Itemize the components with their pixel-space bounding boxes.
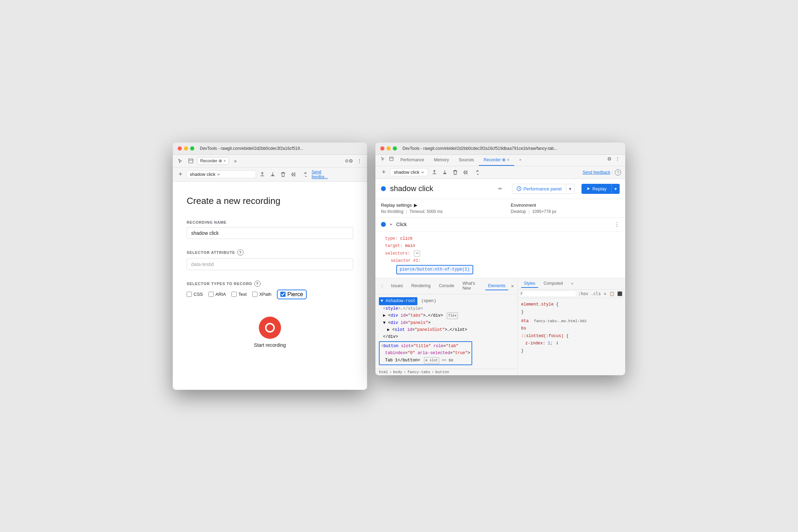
right-minimize-button[interactable] [387,146,391,151]
recorder-tab[interactable]: Recorder × [197,157,229,165]
minimize-button[interactable] [184,146,188,151]
right-maximize-button[interactable] [393,146,397,151]
css-checkbox[interactable] [187,292,192,297]
right-traffic-lights [380,146,397,151]
xpath-checkbox[interactable] [252,292,257,297]
refresh-icon[interactable] [300,170,308,179]
send-feedback-link[interactable]: Send feedback [583,170,610,175]
dock-icon[interactable] [187,157,195,165]
recording-name-section: RECORDING NAME shadow click [187,220,353,239]
download-icon[interactable] [269,170,277,179]
selector-value-box: pierce/button:nth-of-type(1) [396,265,473,275]
recording-name-input[interactable]: shadow click [187,227,353,239]
dom-panel: ⋮ Issues Rendering Console What's New El… [375,278,518,375]
tab-styles[interactable]: Styles [521,280,538,288]
upload-icon[interactable] [258,170,266,179]
style-rule-2-pseudo: ::slotted(:focus) { [521,333,622,340]
text-checkbox-item[interactable]: Text [231,292,247,297]
collapse-icon[interactable] [389,223,393,226]
right-dock-icon[interactable] [387,155,396,163]
maximize-button[interactable] [190,146,194,151]
right-menu-icon[interactable]: ⋮ [613,155,622,163]
performance-panel-button[interactable]: Performance panel [512,184,566,194]
dom-panel-close-icon[interactable]: × [511,283,514,289]
css-checkbox-item[interactable]: CSS [187,292,203,297]
dropdown-chevron-icon[interactable] [217,173,220,176]
left-title-bar: DevTools - rawgit.com/ebidel/2d2bb0cdec3… [173,143,367,155]
svg-rect-4 [390,157,393,160]
tab-rendering[interactable]: Rendering [409,282,433,290]
tab-computed[interactable]: Computed [541,280,566,288]
help-icon[interactable]: ? [615,169,621,175]
text-checkbox[interactable] [231,292,237,297]
step-dot [381,222,386,227]
selector-types-label: SELECTOR TYPES TO RECORD ? [187,281,353,287]
settings-icon[interactable]: ⚙ [345,157,353,165]
right-add-icon[interactable]: + [380,168,388,177]
start-recording-button[interactable] [259,317,281,339]
right-step-replay-icon[interactable] [461,168,470,177]
replay-button[interactable]: Replay [581,184,611,194]
svg-point-7 [503,159,504,161]
step-replay-icon[interactable] [289,170,298,179]
right-upload-icon[interactable] [430,168,439,177]
expand-icon[interactable]: ▶ [414,203,417,208]
tab-recorder[interactable]: Recorder × [479,155,514,166]
svg-rect-5 [390,158,393,158]
close-tab-icon[interactable]: × [223,158,226,163]
right-settings-icon[interactable]: ⚙ [605,155,613,163]
tab-sources[interactable]: Sources [454,155,479,166]
selector-checkboxes: CSS ARIA Text XPath Pierce [187,290,353,299]
close-button[interactable] [178,146,182,151]
edit-icon[interactable]: ✏ [498,186,502,191]
code-line-type: type: click [385,235,618,243]
pointer-icon[interactable] [176,157,185,165]
step-more-icon[interactable]: ⋮ [614,221,620,228]
more-tabs-btn[interactable]: » [514,155,526,166]
element-state-icon[interactable]: 📋 [609,291,614,296]
pierce-checkbox-item[interactable]: Pierce [277,290,306,299]
tab-performance[interactable]: Performance [396,155,429,166]
tab-console[interactable]: Console [436,282,457,290]
selector-attr-input[interactable] [187,258,353,270]
selector-attr-help-icon[interactable]: ? [237,249,244,256]
replay-btn-label: Replay [593,186,606,191]
style-rule-2-close: } [521,347,622,355]
right-close-button[interactable] [380,146,384,151]
right-refresh-icon[interactable] [472,168,480,177]
replay-dropdown-button[interactable]: ▾ [611,184,620,194]
aria-checkbox[interactable] [209,292,214,297]
pierce-checkbox[interactable] [280,292,286,297]
add-style-icon[interactable]: + [604,291,606,297]
environment-detail: Desktop | 1095×778 px [511,209,620,214]
aria-checkbox-item[interactable]: ARIA [209,292,226,297]
dom-line-tabs-div: ▶ <div id="tabs">…</div> flex [379,312,514,319]
tab-more-styles[interactable]: » [568,280,576,288]
styles-filter-input[interactable] [520,291,576,296]
performance-panel-dropdown[interactable]: ▾ [566,184,575,194]
more-tabs-icon[interactable]: » [231,157,239,165]
right-dropdown-chevron-icon[interactable] [421,171,424,174]
delete-icon[interactable] [279,170,287,179]
right-pointer-icon[interactable] [379,155,387,163]
left-toolbar: Recorder × » ⚙ ⋮ [173,155,367,168]
tab-whats-new[interactable]: What's New [460,280,483,293]
recording-toolbar: + shadow click Sendfeedba... [173,168,367,182]
tab-memory[interactable]: Memory [429,155,454,166]
add-recording-icon[interactable]: + [176,170,185,179]
tab-issues[interactable]: Issues [388,282,406,290]
performance-icon [517,186,521,191]
right-delete-icon[interactable] [451,168,459,177]
right-download-icon[interactable] [441,168,449,177]
selector-types-help-icon[interactable]: ? [254,281,261,287]
send-feedback-left[interactable]: Sendfeedba... [312,170,328,179]
shadow-root-badge: ▼ #shadow-root [379,297,417,305]
new-rule-icon[interactable]: ⬛ [617,291,622,296]
menu-icon[interactable]: ⋮ [355,157,364,165]
xpath-checkbox-item[interactable]: XPath [252,292,271,297]
close-recorder-tab-icon[interactable]: × [507,157,509,162]
tab-elements[interactable]: Elements [485,282,508,290]
right-recording-name-display: shadow click [394,170,419,175]
pseudo-states: :hov .cls [578,291,601,296]
panel-more-icon[interactable]: ⋮ [379,282,385,290]
